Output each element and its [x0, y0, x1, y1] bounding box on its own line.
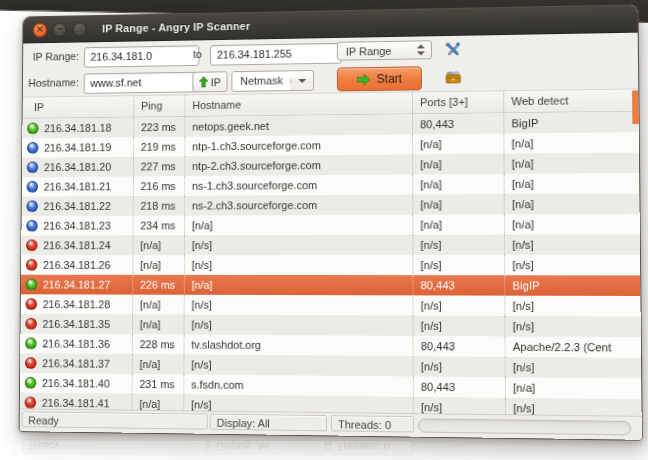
cell-hostname: s.fsdn.com — [183, 374, 412, 396]
cell-web-detect: BigIP — [504, 275, 640, 296]
status-ready: Ready — [22, 411, 208, 429]
page-background: ✕ – □ IP Range - Angry IP Scanner IP Ran… — [0, 0, 648, 460]
cell-hostname: tv.slashdot.org — [184, 335, 413, 357]
red-sphere-icon — [25, 357, 37, 369]
cell-ip: 216.34.181.21 — [22, 176, 133, 196]
cell-ping: [n/a] — [132, 295, 184, 315]
result-row[interactable]: 216.34.181.24[n/a][n/s][n/s][n/s] — [21, 234, 640, 255]
result-row[interactable]: 216.34.181.22218 msns-2.ch3.sourceforge.… — [22, 193, 640, 216]
cell-ping: 223 ms — [133, 117, 184, 137]
cell-web-detect: [n/a] — [505, 377, 642, 399]
spinner-icon[interactable] — [417, 44, 425, 55]
result-row[interactable]: 216.34.181.28[n/a][n/s][n/s][n/s] — [21, 294, 641, 316]
blue-sphere-icon — [27, 142, 38, 154]
close-icon: ✕ — [34, 23, 46, 36]
ip-address: 216.34.181.26 — [43, 255, 111, 275]
ip-range-start-input[interactable]: 216.34.181.0 — [84, 45, 200, 67]
maximize-button[interactable]: □ — [73, 22, 87, 37]
cell-ping: 218 ms — [133, 196, 185, 216]
cell-ports: [n/a] — [412, 214, 504, 234]
column-header-ip[interactable]: IP — [23, 96, 134, 118]
cell-ip: 216.34.181.22 — [22, 196, 133, 216]
cell-ping: 234 ms — [133, 216, 185, 236]
cell-hostname: ns-2.ch3.sourceforge.com — [184, 195, 412, 216]
ip-address: 216.34.181.18 — [44, 118, 111, 138]
column-header-ping[interactable]: Ping — [133, 95, 184, 116]
red-sphere-icon — [26, 239, 38, 251]
ip-address: 216.34.181.35 — [42, 314, 110, 334]
cell-ports: [n/s] — [412, 235, 504, 255]
toolbar: IP Range: 216.34.181.0 to 216.34.181.255… — [23, 32, 638, 97]
reflection-text: Ready — [22, 439, 207, 454]
progress-bar — [418, 418, 631, 435]
spinner-down-icon — [417, 51, 425, 55]
status-display-filter[interactable]: Display: All — [210, 414, 327, 432]
cell-ping: [n/a] — [132, 255, 184, 275]
cell-ip: 216.34.181.23 — [21, 216, 132, 236]
ip-address: 216.34.181.37 — [42, 353, 110, 373]
preferences-button[interactable] — [443, 40, 462, 59]
result-row[interactable]: 216.34.181.23234 ms[n/a][n/a][n/a] — [21, 214, 639, 236]
blue-sphere-icon — [27, 161, 38, 173]
close-button[interactable]: ✕ — [33, 22, 47, 37]
results-table: IPPingHostnamePorts [3+]Web detect 216.3… — [20, 88, 642, 416]
cell-hostname: [n/a] — [184, 275, 413, 295]
hostname-input[interactable]: www.sf.net — [84, 72, 200, 94]
cell-web-detect: [n/s] — [504, 234, 640, 255]
to-label: to — [188, 48, 207, 60]
cell-ping: 219 ms — [133, 137, 184, 157]
cell-web-detect: Apache/2.2.3 (Cent — [505, 336, 641, 357]
cell-web-detect: [n/a] — [504, 193, 640, 214]
start-button[interactable]: Start — [337, 66, 422, 91]
result-row[interactable]: 216.34.181.26[n/a][n/s][n/s][n/s] — [21, 255, 640, 276]
green-sphere-icon — [27, 123, 38, 135]
cell-web-detect: [n/s] — [505, 357, 642, 379]
ip-address: 216.34.181.28 — [43, 294, 111, 314]
result-row[interactable]: 216.34.181.27226 ms[n/a]80,443BigIP — [21, 275, 640, 296]
cell-ping: 227 ms — [133, 156, 184, 176]
green-sphere-icon — [25, 377, 37, 389]
cell-ports: 80,443 — [413, 376, 505, 397]
cell-web-detect: [n/a] — [503, 132, 639, 154]
ip-address: 216.34.181.23 — [43, 216, 111, 236]
ip-address: 216.34.181.21 — [44, 177, 111, 197]
minimize-button[interactable]: – — [53, 22, 67, 37]
cell-web-detect: [n/s] — [504, 296, 640, 317]
reflection-text: Threads: 0 — [330, 440, 412, 455]
fetchers-button[interactable] — [443, 67, 462, 86]
netmask-dropdown-button[interactable] — [291, 78, 313, 82]
cell-hostname: [n/s] — [184, 235, 412, 255]
column-header-web[interactable]: Web detect — [503, 89, 638, 112]
tools-icon — [444, 40, 462, 58]
column-header-host[interactable]: Hostname — [185, 92, 412, 116]
cell-ports: [n/a] — [412, 154, 504, 175]
cell-ip: 216.34.181.24 — [21, 235, 132, 255]
minimize-icon: – — [54, 23, 66, 36]
ip-range-label: IP Range: — [23, 50, 79, 63]
cell-ip: 216.34.181.35 — [21, 314, 133, 334]
app-window: ✕ – □ IP Range - Angry IP Scanner IP Ran… — [19, 4, 643, 440]
ip-range-end-input[interactable]: 216.34.181.255 — [210, 43, 342, 66]
cell-ip: 216.34.181.37 — [20, 353, 132, 374]
netmask-combo[interactable]: Netmask — [231, 70, 314, 92]
cell-ports: [n/a] — [412, 133, 503, 154]
spinner-up-icon — [417, 44, 425, 48]
vertical-scrollbar-thumb[interactable] — [632, 90, 639, 124]
hostname-label: Hostname: — [23, 76, 79, 88]
green-right-arrow-icon — [357, 74, 370, 85]
cell-ip: 216.34.181.19 — [22, 137, 133, 158]
cell-ping: [n/a] — [132, 235, 184, 255]
ip-lookup-button[interactable]: IP — [192, 71, 227, 92]
ip-address: 216.34.181.24 — [43, 235, 111, 255]
cell-ports: 80,443 — [413, 336, 505, 357]
column-header-ports[interactable]: Ports [3+] — [412, 91, 503, 113]
toolbox-icon — [444, 68, 462, 85]
cell-ports: [n/a] — [412, 174, 504, 195]
ip-address: 216.34.181.40 — [42, 373, 110, 393]
feeder-combo[interactable]: IP Range — [337, 40, 432, 60]
window-reflection: Ready Display: All Threads: 0 — [20, 436, 638, 460]
cell-web-detect: [n/s] — [504, 316, 640, 337]
cell-hostname: [n/s] — [184, 295, 413, 316]
cell-ip: 216.34.181.28 — [21, 294, 133, 314]
cell-hostname: ntp-2.ch3.sourceforge.com — [184, 154, 412, 176]
